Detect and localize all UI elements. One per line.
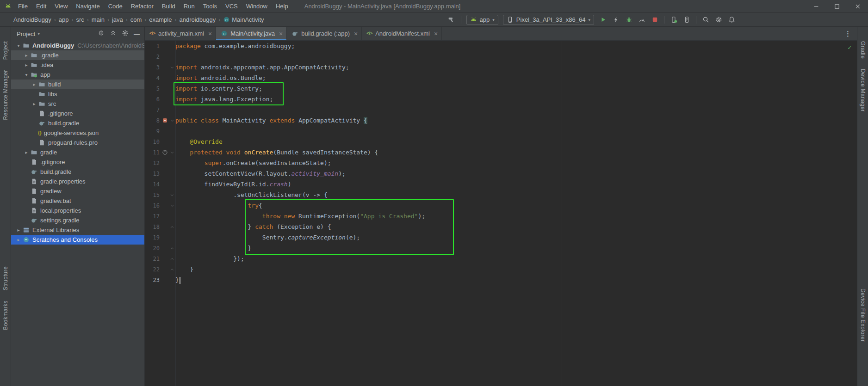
line-number[interactable]: 13 [145,171,161,177]
code-line-18[interactable]: 18 } catch (Exception e) { [145,221,857,232]
code-line-4[interactable]: 4import android.os.Bundle; [145,73,857,83]
tree-item-app[interactable]: ▾app [11,70,144,80]
code-line-15[interactable]: 15 .setOnClickListener(v -> { [145,190,857,200]
line-number[interactable]: 7 [145,107,161,113]
code-line-11[interactable]: 11 protected void onCreate(Bundle savedI… [145,147,857,158]
expander-closed-icon[interactable]: ▸ [15,227,22,233]
line-number[interactable]: 2 [145,54,161,60]
fold-marker[interactable] [169,65,175,70]
tree-item-google-services-json[interactable]: {}google-services.json [11,128,144,138]
line-number[interactable]: 11 [145,149,161,156]
menu-help[interactable]: Help [272,0,292,12]
close-tab-icon[interactable]: × [279,31,283,37]
menu-run[interactable]: Run [180,0,199,12]
settings-button[interactable] [713,14,725,25]
fold-marker[interactable] [169,193,175,197]
menu-tools[interactable]: Tools [199,0,221,12]
tree-item-build-gradle[interactable]: build.gradle [11,118,144,128]
tab-options-button[interactable]: ⋮ [839,27,857,40]
fold-marker[interactable] [169,246,175,251]
expander-open-icon[interactable]: ▾ [23,72,30,77]
tree-item-settings-gradle[interactable]: settings.gradle [11,215,144,225]
breadcrumb-androidbuggy[interactable]: androidbuggy [179,16,216,23]
fold-marker[interactable] [169,225,175,229]
search-button[interactable] [700,14,712,25]
line-number[interactable]: 14 [145,181,161,188]
tree-item-local-properties[interactable]: local.properties [11,206,144,215]
tree-item-build[interactable]: ▸build [11,80,144,89]
tree-item-gitignore[interactable]: .gitignore [11,157,144,167]
device-manager-button[interactable] [668,14,680,25]
expander-closed-icon[interactable]: ▸ [23,62,30,67]
code-line-8[interactable]: 8public class MainActivity extends AppCo… [145,115,857,126]
close-tab-icon[interactable]: × [434,31,438,37]
fold-marker[interactable] [169,203,175,208]
line-number[interactable]: 23 [145,277,161,283]
menu-build[interactable]: Build [158,0,180,12]
close-tab-icon[interactable]: × [354,31,358,37]
project-view-selector[interactable]: Project ▾ [17,31,40,37]
code-line-19[interactable]: 19 Sentry.captureException(e); [145,232,857,243]
tab-mainactivity-java[interactable]: CMainActivity.java× [216,27,287,40]
tree-item-androidbuggy[interactable]: ▾AndroidBuggyC:\Users\naben\AndroidStud [11,41,144,50]
run-button[interactable] [597,14,609,25]
stop-button[interactable] [649,14,661,25]
fold-down-icon[interactable] [170,150,174,155]
line-number[interactable]: 15 [145,192,161,198]
run-configuration-select[interactable]: app▾ [466,15,498,25]
tool-window-button-device-manager[interactable]: Device Manager [860,69,866,112]
menu-window[interactable]: Window [242,0,272,12]
fold-up-icon[interactable] [170,257,174,261]
fold-down-icon[interactable] [170,203,174,208]
hammer-button[interactable] [446,14,458,25]
tab-activity-main-xml[interactable]: </>activity_main.xml× [145,27,216,40]
class-marker-icon[interactable] [162,117,168,123]
line-number[interactable]: 9 [145,128,161,135]
tree-item-gradlew[interactable]: gradlew [11,186,144,196]
line-number[interactable]: 19 [145,234,161,241]
expander-closed-icon[interactable]: ▸ [31,82,38,87]
breadcrumb-example[interactable]: example [149,16,172,23]
line-number[interactable]: 22 [145,266,161,273]
check-icon[interactable]: ✓ [848,44,851,50]
tree-item-gradle-properties[interactable]: gradle.properties [11,177,144,186]
line-number[interactable]: 21 [145,256,161,262]
breadcrumb-src[interactable]: src [75,16,84,23]
code-line-17[interactable]: 17 throw new RuntimeException("App is Cr… [145,211,857,221]
tool-window-button-bookmarks[interactable]: Bookmarks [2,300,9,330]
line-number[interactable]: 8 [145,117,161,124]
collapse-all-button[interactable] [110,30,117,38]
code-line-16[interactable]: 16 try{ [145,200,857,211]
device-select[interactable]: Pixel_3a_API_33_x86_64▾ [503,15,594,25]
fold-up-icon[interactable] [170,225,174,229]
tree-item-idea[interactable]: ▸.idea [11,60,144,70]
tool-window-button-gradle[interactable]: Gradle [860,41,866,59]
logcat-button[interactable] [681,14,693,25]
line-number[interactable]: 17 [145,213,161,220]
tree-item-scratches-and-consoles[interactable]: ▸Scratches and Consoles [11,235,144,245]
code-line-23[interactable]: 23} [145,275,857,285]
expander-open-icon[interactable]: ▾ [15,43,22,48]
debug-button[interactable] [623,14,635,25]
expander-closed-icon[interactable]: ▸ [15,237,22,242]
settings-button[interactable] [122,30,129,38]
maximize-button[interactable] [826,0,847,12]
code-line-7[interactable]: 7 [145,104,857,115]
fold-down-icon[interactable] [170,118,174,123]
code-line-13[interactable]: 13 setContentView(R.layout.activity_main… [145,168,857,179]
profiler-button[interactable] [636,14,648,25]
breadcrumb-mainactivity[interactable]: CMainActivity [223,16,264,23]
tree-item-external-libraries[interactable]: ▸External Libraries [11,225,144,235]
tree-item-src[interactable]: ▸src [11,99,144,109]
notifications-button[interactable] [725,14,738,25]
code-line-6[interactable]: 6import java.lang.Exception; [145,94,857,104]
tree-item-libs[interactable]: libs [11,89,144,99]
line-number[interactable]: 6 [145,96,161,103]
line-number[interactable]: 10 [145,139,161,145]
code-line-3[interactable]: 3import androidx.appcompat.app.AppCompat… [145,62,857,73]
expander-closed-icon[interactable]: ▸ [31,101,38,106]
fold-up-icon[interactable] [170,246,174,251]
line-number[interactable]: 12 [145,160,161,166]
code-line-20[interactable]: 20 } [145,243,857,253]
override-icon[interactable] [162,149,168,155]
